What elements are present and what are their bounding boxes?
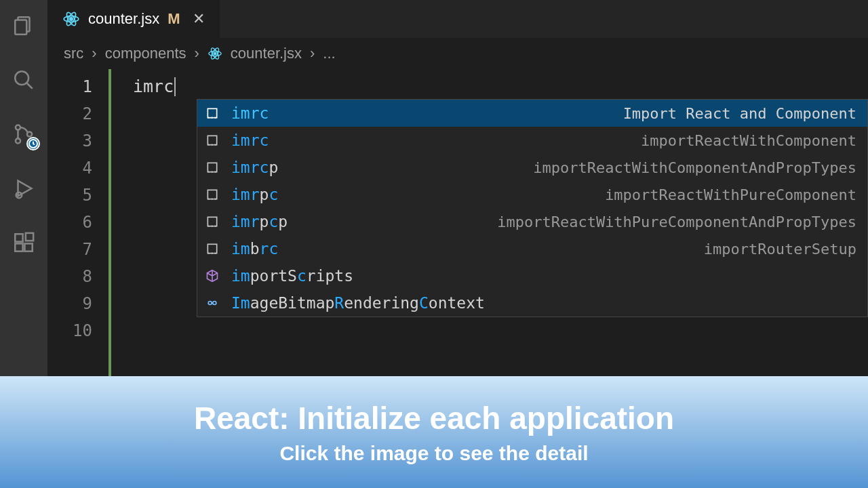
suggestion-detail: importReactWithPureComponent [605, 186, 856, 203]
suggestion-item[interactable]: imrpcpimportReactWithPureComponentAndPro… [197, 208, 867, 235]
react-icon [62, 10, 80, 28]
suggestion-label: imrc [231, 104, 269, 122]
editor-main: counter.jsx M ✕ src › components › count… [47, 0, 868, 376]
code-line-1[interactable]: imrc [111, 73, 868, 100]
line-number: 7 [47, 236, 108, 263]
line-number: 10 [47, 317, 108, 344]
tab-bar: counter.jsx M ✕ [47, 0, 868, 38]
line-number: 3 [47, 127, 108, 155]
line-gutter: 12345678910 [47, 69, 108, 376]
suggestion-item[interactable]: imrcimportReactWithComponent [197, 127, 867, 154]
activity-bar [0, 0, 47, 376]
clock-badge-icon [26, 137, 40, 150]
snippet-icon [204, 132, 220, 148]
svg-point-4 [16, 125, 20, 130]
suggestion-label: importScripts [231, 267, 353, 285]
svg-point-14 [70, 18, 73, 20]
chevron-right-icon: › [195, 45, 199, 62]
svg-rect-22 [208, 108, 216, 117]
breadcrumb-file[interactable]: counter.jsx [231, 45, 302, 62]
module-icon [204, 268, 220, 284]
suggestion-detail: importReactWithComponentAndPropTypes [533, 159, 856, 176]
chevron-right-icon: › [310, 45, 315, 62]
suggestion-item[interactable]: ImageBitmapRenderingContext [197, 289, 867, 317]
run-debug-icon[interactable] [10, 175, 37, 202]
svg-marker-8 [18, 181, 32, 197]
svg-rect-32 [208, 244, 216, 253]
svg-rect-28 [208, 190, 216, 199]
suggestion-label: imrpcp [231, 213, 288, 230]
svg-rect-30 [208, 217, 216, 226]
tab-filename: counter.jsx [88, 10, 159, 28]
svg-rect-13 [26, 233, 33, 241]
suggestion-item[interactable]: importScripts [197, 262, 867, 289]
suggestion-label: ImageBitmapRenderingContext [231, 294, 485, 312]
source-control-icon[interactable] [10, 121, 37, 148]
suggestion-item[interactable]: imrpcimportReactWithPureComponent [197, 181, 867, 208]
suggestion-item[interactable]: imrcImport React and Component [197, 100, 867, 127]
snippet-icon [204, 186, 220, 203]
interface-icon [204, 295, 220, 311]
line-number: 9 [47, 290, 108, 317]
svg-rect-10 [15, 234, 22, 241]
svg-point-5 [16, 138, 20, 143]
suggestion-popup[interactable]: imrcImport React and Componentimrcimport… [197, 99, 868, 317]
tab-counter-jsx[interactable]: counter.jsx M ✕ [47, 0, 220, 38]
code-editor[interactable]: 12345678910 imrc imrcImport React and Co… [47, 69, 868, 376]
line-number: 5 [47, 182, 108, 209]
suggestion-label: imrc [231, 131, 269, 149]
suggestion-label: imbrc [231, 240, 278, 258]
close-icon[interactable]: ✕ [193, 10, 205, 28]
extensions-icon[interactable] [10, 229, 37, 256]
typed-text: imrc [133, 73, 174, 100]
suggestion-detail: importReactWithPureComponentAndPropTypes [497, 214, 856, 230]
svg-rect-11 [15, 243, 22, 251]
chevron-right-icon: › [92, 45, 96, 62]
suggestion-detail: importRouterSetup [704, 241, 856, 258]
svg-point-18 [214, 52, 216, 55]
banner-subtitle: Click the image to see the detail [279, 442, 588, 465]
breadcrumb-components[interactable]: components [105, 45, 186, 62]
suggestion-detail: importReactWithComponent [641, 132, 856, 149]
svg-rect-24 [208, 136, 216, 144]
breadcrumb-more[interactable]: ... [323, 45, 335, 62]
text-cursor [174, 77, 176, 96]
svg-point-35 [213, 302, 216, 305]
snippet-icon [204, 214, 220, 230]
suggestion-detail: Import React and Component [623, 105, 856, 122]
line-number: 6 [47, 209, 108, 236]
svg-point-34 [208, 302, 212, 305]
svg-point-2 [15, 71, 28, 85]
banner-title: React: Initialize each application [194, 400, 674, 436]
svg-rect-12 [24, 243, 32, 251]
suggestion-label: imrpc [231, 186, 278, 203]
snippet-icon [204, 105, 220, 121]
svg-rect-1 [15, 20, 26, 35]
code-area[interactable]: imrc imrcImport React and Componentimrci… [108, 69, 868, 376]
video-banner[interactable]: React: Initialize each application Click… [0, 376, 868, 488]
suggestion-item[interactable]: imbrcimportRouterSetup [197, 235, 867, 262]
breadcrumb[interactable]: src › components › counter.jsx › ... [47, 38, 868, 69]
line-number: 2 [47, 100, 108, 127]
explorer-icon[interactable] [10, 12, 37, 39]
svg-line-3 [26, 83, 33, 89]
tab-modified-badge: M [167, 10, 180, 28]
line-number: 8 [47, 263, 108, 290]
search-icon[interactable] [10, 66, 37, 94]
snippet-icon [204, 159, 220, 176]
line-number: 4 [47, 155, 108, 182]
breadcrumb-src[interactable]: src [64, 45, 83, 62]
svg-rect-26 [208, 163, 216, 171]
suggestion-label: imrcp [231, 159, 278, 176]
line-number: 1 [47, 73, 108, 100]
suggestion-item[interactable]: imrcpimportReactWithComponentAndPropType… [197, 154, 867, 181]
react-icon [208, 46, 222, 61]
snippet-icon [204, 241, 220, 257]
